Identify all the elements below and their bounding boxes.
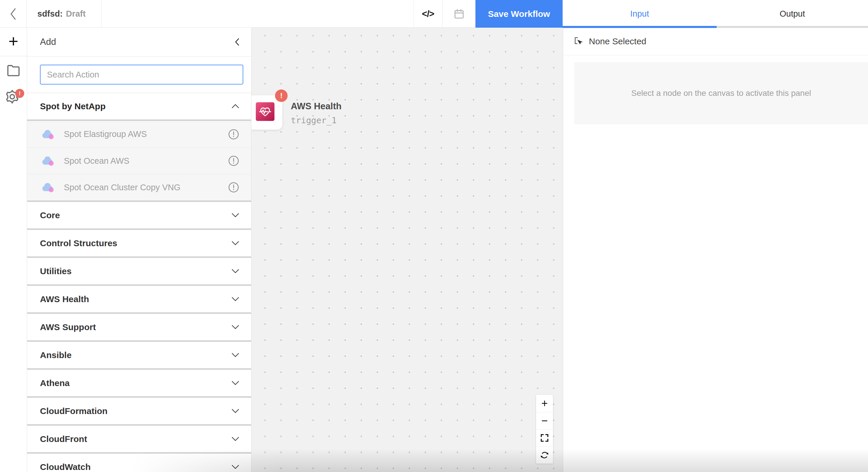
group-header-ansible[interactable]: Ansible [27, 342, 251, 368]
workflow-title: sdfsd: Draft [27, 0, 101, 28]
action-item-label: Spot Ocean AWS [64, 156, 129, 166]
workflow-canvas[interactable] [251, 28, 563, 472]
reset-view-button[interactable] [536, 446, 553, 464]
left-icon-rail: + ! [0, 28, 27, 472]
group-label: AWS Health [40, 294, 89, 304]
node-id: trigger_1 [291, 115, 337, 125]
empty-state-message: Select a node on the canvas to activate … [631, 89, 811, 98]
top-bar: sdfsd: Draft </> Save Workflow Input Out… [0, 0, 868, 28]
chevron-left-icon [235, 38, 240, 46]
add-action-panel: Add Spot by NetApp [27, 28, 251, 472]
action-item-spot-elastigroup-aws[interactable]: Spot Elastigroup AWS [27, 121, 251, 147]
chevron-down-icon [231, 241, 240, 246]
search-action-input[interactable] [40, 65, 243, 85]
chevron-down-icon [231, 464, 240, 469]
workflow-status-badge: Draft [66, 9, 86, 19]
group-label: Athena [40, 378, 70, 388]
group-header-aws-support[interactable]: AWS Support [27, 314, 251, 340]
warning-icon [228, 181, 240, 193]
code-icon: </> [422, 9, 434, 19]
chevron-down-icon [231, 352, 240, 358]
select-cursor-icon [574, 36, 584, 46]
spot-cloud-icon [41, 155, 55, 166]
node-title: AWS Health [291, 101, 342, 111]
group-label: Ansible [40, 350, 71, 360]
group-header-core[interactable]: Core [27, 202, 251, 228]
chevron-down-icon [231, 269, 240, 274]
chevron-up-icon [231, 104, 240, 109]
warning-icon [228, 129, 240, 140]
group-header-control-structures[interactable]: Control Structures [27, 230, 251, 257]
zoom-in-button[interactable]: + [536, 395, 553, 412]
node-alert-badge: ! [275, 90, 287, 102]
calendar-icon [453, 8, 465, 20]
canvas-zoom-controls: + − [536, 395, 553, 464]
spot-cloud-icon [41, 182, 55, 193]
workflow-editor: sdfsd: Draft </> Save Workflow Input Out… [0, 0, 868, 472]
group-label: CloudFront [40, 434, 87, 444]
fit-view-icon [540, 433, 549, 443]
action-item-spot-ocean-aws[interactable]: Spot Ocean AWS [27, 147, 251, 174]
collapse-panel-button[interactable] [235, 38, 240, 46]
save-workflow-button[interactable]: Save Workflow [475, 0, 563, 28]
settings-alert-badge: ! [15, 89, 24, 98]
group-header-cloudwatch[interactable]: CloudWatch [27, 453, 251, 472]
selection-status-row: None Selected [563, 28, 868, 55]
selection-status: None Selected [589, 36, 646, 46]
add-node-rail-button[interactable]: + [0, 28, 27, 56]
group-label: CloudFormation [40, 406, 107, 416]
chevron-down-icon [231, 213, 240, 217]
group-header-spot-by-netapp[interactable]: Spot by NetApp [27, 93, 251, 120]
tab-output[interactable]: Output [717, 0, 868, 28]
projects-rail-button[interactable] [5, 62, 22, 78]
group-header-athena[interactable]: Athena [27, 370, 251, 396]
group-header-utilities[interactable]: Utilities [27, 258, 251, 284]
chevron-down-icon [231, 380, 240, 385]
group-label: CloudWatch [40, 462, 91, 472]
back-button[interactable] [0, 0, 27, 28]
chevron-down-icon [231, 436, 240, 441]
zoom-out-button[interactable]: − [536, 412, 553, 429]
group-header-cloudfront[interactable]: CloudFront [27, 426, 251, 452]
aws-health-heart-pulse-icon [256, 102, 275, 121]
inspector-tabs: Input Output [563, 0, 868, 28]
action-item-label: Spot Elastigroup AWS [64, 129, 147, 139]
add-panel-header: Add [27, 28, 251, 57]
tab-input[interactable]: Input [563, 0, 717, 28]
fit-view-button[interactable] [536, 429, 553, 446]
group-header-cloudformation[interactable]: CloudFormation [27, 398, 251, 424]
code-view-button[interactable]: </> [413, 0, 442, 28]
warning-icon [228, 155, 240, 167]
action-item-spot-ocean-cluster-copy-vng[interactable]: Spot Ocean Cluster Copy VNG [27, 174, 251, 200]
reset-rotate-icon [539, 450, 550, 460]
group-header-aws-health[interactable]: AWS Health [27, 286, 251, 312]
spot-cloud-icon [41, 129, 55, 140]
group-label: AWS Support [40, 322, 96, 332]
chevron-down-icon [231, 408, 240, 413]
search-section [27, 57, 251, 93]
add-panel-title: Add [40, 37, 56, 47]
group-label: Control Structures [40, 238, 117, 248]
folder-icon [6, 64, 21, 76]
chevron-down-icon [231, 297, 240, 302]
workflow-name: sdfsd: [37, 9, 63, 19]
empty-state-box: Select a node on the canvas to activate … [574, 62, 868, 125]
action-item-label: Spot Ocean Cluster Copy VNG [64, 183, 181, 192]
group-label: Utilities [40, 266, 71, 276]
group-label: Spot by NetApp [40, 101, 105, 111]
schedule-button[interactable] [442, 0, 475, 28]
group-items-spot-by-netapp: Spot Elastigroup AWS Spot Ocean AWS [27, 121, 251, 200]
inspector-panel: None Selected Select a node on the canva… [563, 28, 868, 472]
group-label: Core [40, 210, 60, 220]
chevron-down-icon [231, 325, 240, 330]
chevron-left-icon [10, 8, 17, 21]
